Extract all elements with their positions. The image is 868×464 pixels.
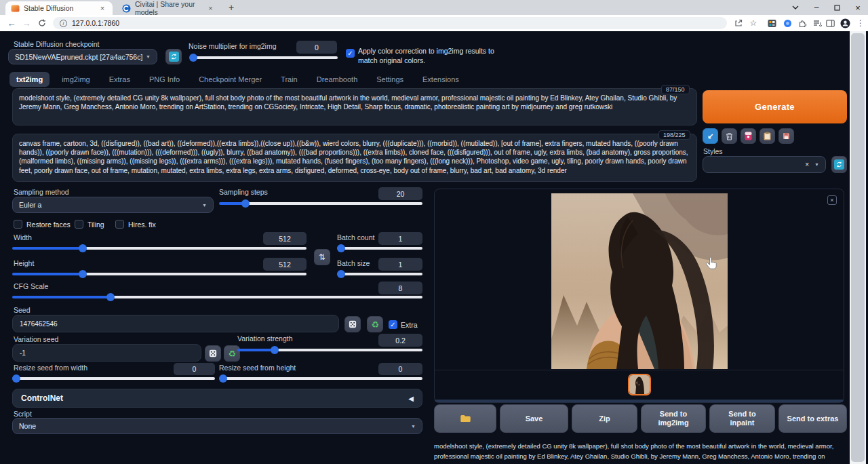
save-button[interactable]: Save xyxy=(500,404,568,433)
script-select[interactable]: None ▼ xyxy=(12,418,422,434)
save-style-button[interactable] xyxy=(778,128,794,144)
tab-settings[interactable]: Settings xyxy=(370,72,410,87)
styles-select[interactable]: × ▼ xyxy=(703,156,826,173)
noise-multiplier-value[interactable]: 0 xyxy=(296,41,337,54)
profile-avatar[interactable] xyxy=(839,17,851,29)
swap-width-height-button[interactable]: ⇅ xyxy=(314,249,330,265)
browser-tab-civitai[interactable]: Civitai | Share your models × xyxy=(117,1,220,15)
height-value[interactable]: 512 xyxy=(263,258,307,271)
random-seed-button[interactable] xyxy=(344,316,361,332)
variation-strength-slider[interactable] xyxy=(237,349,422,351)
resize-seed-height-slider[interactable] xyxy=(219,377,422,380)
extra-networks-button[interactable] xyxy=(741,128,756,144)
batch-count-value[interactable]: 1 xyxy=(378,232,422,245)
side-panel-icon[interactable] xyxy=(824,17,836,29)
reuse-variation-seed-button[interactable]: ♻ xyxy=(224,345,240,362)
slider-handle[interactable] xyxy=(337,244,345,252)
chevron-down-icon[interactable]: ▼ xyxy=(814,162,819,167)
cfg-scale-slider[interactable] xyxy=(12,296,422,298)
tab-search-chevron-icon[interactable] xyxy=(785,0,806,15)
url-bar[interactable]: i 127.0.0.1:7860 xyxy=(53,17,727,29)
batch-size-value[interactable]: 1 xyxy=(378,258,422,271)
back-icon[interactable]: ← xyxy=(5,17,18,29)
tab-dreambooth[interactable]: Dreambooth xyxy=(310,72,365,87)
clear-styles-icon[interactable]: × xyxy=(805,161,809,168)
send-to-img2img-button[interactable]: Send to img2img xyxy=(641,404,706,433)
slider-handle[interactable] xyxy=(241,199,250,208)
random-variation-seed-button[interactable] xyxy=(205,345,221,362)
site-info-icon[interactable]: i xyxy=(60,20,67,27)
extension-grid-icon[interactable] xyxy=(766,17,778,29)
bookmark-star-icon[interactable]: ☆ xyxy=(747,17,760,29)
checkpoint-select[interactable]: SD15NewVAEpruned.ckpt [27a4ac756c] ▼ xyxy=(8,49,157,64)
sampling-method-select[interactable]: Euler a ▼ xyxy=(12,197,214,213)
slider-handle[interactable] xyxy=(79,244,87,252)
variation-strength-value[interactable]: 0.2 xyxy=(378,334,422,347)
styles-refresh-button[interactable] xyxy=(831,156,847,173)
extra-seed-checkbox[interactable]: ✓ xyxy=(389,320,397,329)
tab-png-info[interactable]: PNG Info xyxy=(142,72,186,87)
tab-extras[interactable]: Extras xyxy=(102,72,137,87)
tab-close-icon[interactable]: × xyxy=(207,4,214,12)
width-value[interactable]: 512 xyxy=(263,232,307,245)
slider-handle[interactable] xyxy=(79,270,87,278)
zip-button[interactable]: Zip xyxy=(572,404,637,433)
scrollbar-thumb[interactable] xyxy=(851,33,865,462)
send-to-extras-button[interactable]: Send to extras xyxy=(778,404,847,433)
extension-blue-dot-icon[interactable] xyxy=(781,17,793,29)
paste-generation-params-button[interactable]: ↙ xyxy=(703,128,718,144)
close-gallery-icon[interactable]: × xyxy=(827,195,837,205)
hires-fix-checkbox[interactable] xyxy=(115,220,124,229)
batch-size-slider[interactable] xyxy=(337,273,422,275)
color-correction-checkbox[interactable]: ✓ xyxy=(346,49,355,58)
controlnet-accordion[interactable]: ControlNet ◀ xyxy=(12,389,422,408)
generate-button[interactable]: Generate xyxy=(703,90,847,123)
cfg-scale-value[interactable]: 8 xyxy=(378,282,422,294)
height-slider[interactable] xyxy=(12,273,307,275)
tiling-checkbox[interactable] xyxy=(75,220,83,229)
checkpoint-refresh-button[interactable] xyxy=(165,49,182,64)
tab-img2img[interactable]: img2img xyxy=(55,72,97,87)
sampling-steps-value[interactable]: 20 xyxy=(378,187,422,200)
clear-prompt-button[interactable] xyxy=(722,128,737,144)
variation-seed-input[interactable]: -1 xyxy=(12,344,201,362)
new-tab-button[interactable]: + xyxy=(225,2,237,14)
tab-extensions[interactable]: Extensions xyxy=(416,72,466,87)
forward-icon[interactable]: → xyxy=(20,17,33,29)
apply-styles-button[interactable] xyxy=(760,128,775,144)
open-folder-button[interactable] xyxy=(434,404,496,433)
slider-handle[interactable] xyxy=(12,374,20,383)
slider-handle[interactable] xyxy=(271,346,279,354)
generated-image[interactable] xyxy=(551,193,728,369)
window-close-button[interactable]: × xyxy=(848,0,868,15)
browser-menu-dots-icon[interactable]: ⋮ xyxy=(854,17,867,29)
reuse-seed-button[interactable]: ♻ xyxy=(367,316,383,332)
gallery-thumbnail-selected[interactable] xyxy=(628,374,651,395)
slider-handle[interactable] xyxy=(219,374,227,383)
page-scrollbar[interactable] xyxy=(850,31,866,464)
slider-handle[interactable] xyxy=(337,270,345,278)
extensions-puzzle-icon[interactable] xyxy=(796,17,808,29)
window-restore-button[interactable] xyxy=(827,0,847,15)
window-minimize-button[interactable]: – xyxy=(806,0,827,15)
browser-tab-stable-diffusion[interactable]: Stable Diffusion × xyxy=(5,1,113,15)
share-icon[interactable] xyxy=(732,17,745,29)
resize-seed-width-slider[interactable] xyxy=(12,377,215,380)
resize-seed-width-value[interactable]: 0 xyxy=(174,363,215,375)
resize-seed-height-value[interactable]: 0 xyxy=(378,363,422,375)
reading-list-icon[interactable] xyxy=(811,17,823,29)
tab-checkpoint-merger[interactable]: Checkpoint Merger xyxy=(192,72,269,87)
tab-close-icon[interactable]: × xyxy=(98,4,107,12)
slider-handle[interactable] xyxy=(189,54,197,62)
tab-train[interactable]: Train xyxy=(274,72,304,87)
seed-input[interactable]: 1476462546 xyxy=(12,315,339,332)
batch-count-slider[interactable] xyxy=(337,247,422,250)
send-to-inpaint-button[interactable]: Send to inpaint xyxy=(709,404,775,433)
width-slider[interactable] xyxy=(12,247,307,250)
reload-icon[interactable] xyxy=(36,17,48,29)
slider-handle[interactable] xyxy=(106,293,115,301)
tab-txt2img[interactable]: txt2img xyxy=(9,72,50,87)
noise-multiplier-slider[interactable] xyxy=(191,56,338,59)
restore-faces-checkbox[interactable] xyxy=(14,220,22,229)
prompt-textarea[interactable]: modelshoot style, (extremely detailed CG… xyxy=(12,88,697,125)
